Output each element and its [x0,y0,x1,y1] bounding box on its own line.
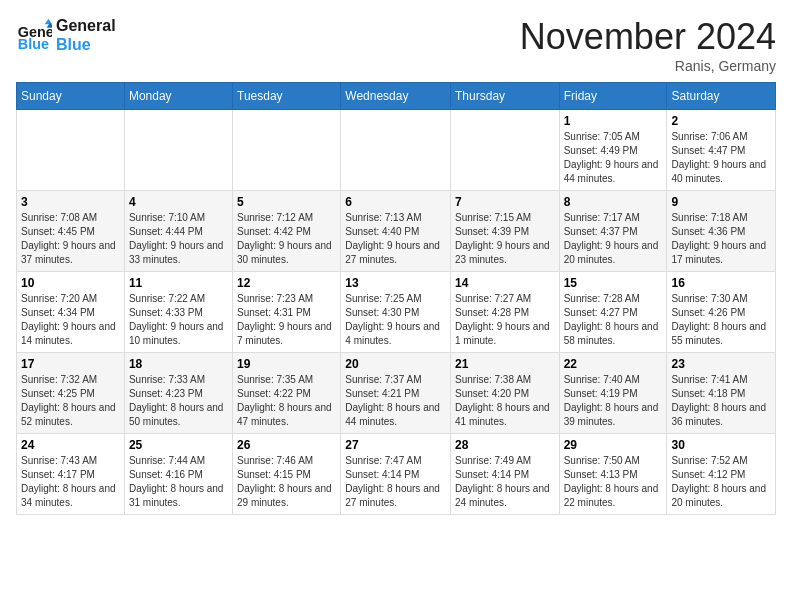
calendar-cell: 19Sunrise: 7:35 AM Sunset: 4:22 PM Dayli… [233,353,341,434]
day-info: Sunrise: 7:52 AM Sunset: 4:12 PM Dayligh… [671,454,771,510]
calendar-cell: 13Sunrise: 7:25 AM Sunset: 4:30 PM Dayli… [341,272,451,353]
calendar-cell [124,110,232,191]
calendar-cell: 8Sunrise: 7:17 AM Sunset: 4:37 PM Daylig… [559,191,667,272]
calendar-cell: 7Sunrise: 7:15 AM Sunset: 4:39 PM Daylig… [451,191,560,272]
weekday-header-wednesday: Wednesday [341,83,451,110]
day-info: Sunrise: 7:41 AM Sunset: 4:18 PM Dayligh… [671,373,771,429]
weekday-header-row: SundayMondayTuesdayWednesdayThursdayFrid… [17,83,776,110]
calendar-cell: 27Sunrise: 7:47 AM Sunset: 4:14 PM Dayli… [341,434,451,515]
calendar-cell [17,110,125,191]
day-info: Sunrise: 7:46 AM Sunset: 4:15 PM Dayligh… [237,454,336,510]
logo: General Blue General Blue [16,16,116,54]
day-number: 18 [129,357,228,371]
day-number: 23 [671,357,771,371]
day-number: 15 [564,276,663,290]
day-number: 22 [564,357,663,371]
day-info: Sunrise: 7:17 AM Sunset: 4:37 PM Dayligh… [564,211,663,267]
week-row-1: 1Sunrise: 7:05 AM Sunset: 4:49 PM Daylig… [17,110,776,191]
weekday-header-thursday: Thursday [451,83,560,110]
day-number: 7 [455,195,555,209]
day-info: Sunrise: 7:15 AM Sunset: 4:39 PM Dayligh… [455,211,555,267]
calendar-cell: 17Sunrise: 7:32 AM Sunset: 4:25 PM Dayli… [17,353,125,434]
day-number: 13 [345,276,446,290]
day-info: Sunrise: 7:05 AM Sunset: 4:49 PM Dayligh… [564,130,663,186]
day-info: Sunrise: 7:28 AM Sunset: 4:27 PM Dayligh… [564,292,663,348]
day-number: 5 [237,195,336,209]
day-info: Sunrise: 7:44 AM Sunset: 4:16 PM Dayligh… [129,454,228,510]
day-info: Sunrise: 7:49 AM Sunset: 4:14 PM Dayligh… [455,454,555,510]
day-info: Sunrise: 7:50 AM Sunset: 4:13 PM Dayligh… [564,454,663,510]
week-row-2: 3Sunrise: 7:08 AM Sunset: 4:45 PM Daylig… [17,191,776,272]
calendar-cell [233,110,341,191]
day-info: Sunrise: 7:47 AM Sunset: 4:14 PM Dayligh… [345,454,446,510]
day-info: Sunrise: 7:38 AM Sunset: 4:20 PM Dayligh… [455,373,555,429]
weekday-header-tuesday: Tuesday [233,83,341,110]
calendar-cell: 9Sunrise: 7:18 AM Sunset: 4:36 PM Daylig… [667,191,776,272]
month-title: November 2024 [520,16,776,58]
week-row-5: 24Sunrise: 7:43 AM Sunset: 4:17 PM Dayli… [17,434,776,515]
day-info: Sunrise: 7:33 AM Sunset: 4:23 PM Dayligh… [129,373,228,429]
calendar-cell: 28Sunrise: 7:49 AM Sunset: 4:14 PM Dayli… [451,434,560,515]
calendar-cell: 21Sunrise: 7:38 AM Sunset: 4:20 PM Dayli… [451,353,560,434]
calendar-cell: 10Sunrise: 7:20 AM Sunset: 4:34 PM Dayli… [17,272,125,353]
logo-blue: Blue [56,35,116,54]
calendar-cell: 16Sunrise: 7:30 AM Sunset: 4:26 PM Dayli… [667,272,776,353]
logo-general: General [56,16,116,35]
day-info: Sunrise: 7:13 AM Sunset: 4:40 PM Dayligh… [345,211,446,267]
day-info: Sunrise: 7:06 AM Sunset: 4:47 PM Dayligh… [671,130,771,186]
day-number: 24 [21,438,120,452]
day-number: 21 [455,357,555,371]
title-block: November 2024 Ranis, Germany [520,16,776,74]
calendar-cell: 6Sunrise: 7:13 AM Sunset: 4:40 PM Daylig… [341,191,451,272]
day-info: Sunrise: 7:32 AM Sunset: 4:25 PM Dayligh… [21,373,120,429]
calendar-cell: 30Sunrise: 7:52 AM Sunset: 4:12 PM Dayli… [667,434,776,515]
calendar-cell: 4Sunrise: 7:10 AM Sunset: 4:44 PM Daylig… [124,191,232,272]
day-number: 19 [237,357,336,371]
calendar-cell: 2Sunrise: 7:06 AM Sunset: 4:47 PM Daylig… [667,110,776,191]
weekday-header-saturday: Saturday [667,83,776,110]
day-number: 2 [671,114,771,128]
calendar-table: SundayMondayTuesdayWednesdayThursdayFrid… [16,82,776,515]
day-info: Sunrise: 7:37 AM Sunset: 4:21 PM Dayligh… [345,373,446,429]
calendar-cell: 20Sunrise: 7:37 AM Sunset: 4:21 PM Dayli… [341,353,451,434]
day-number: 11 [129,276,228,290]
day-info: Sunrise: 7:25 AM Sunset: 4:30 PM Dayligh… [345,292,446,348]
calendar-cell: 1Sunrise: 7:05 AM Sunset: 4:49 PM Daylig… [559,110,667,191]
day-info: Sunrise: 7:10 AM Sunset: 4:44 PM Dayligh… [129,211,228,267]
day-number: 10 [21,276,120,290]
day-number: 12 [237,276,336,290]
calendar-cell: 11Sunrise: 7:22 AM Sunset: 4:33 PM Dayli… [124,272,232,353]
calendar-cell: 29Sunrise: 7:50 AM Sunset: 4:13 PM Dayli… [559,434,667,515]
day-number: 9 [671,195,771,209]
calendar-cell: 23Sunrise: 7:41 AM Sunset: 4:18 PM Dayli… [667,353,776,434]
calendar-cell: 14Sunrise: 7:27 AM Sunset: 4:28 PM Dayli… [451,272,560,353]
location: Ranis, Germany [520,58,776,74]
calendar-cell: 24Sunrise: 7:43 AM Sunset: 4:17 PM Dayli… [17,434,125,515]
calendar-cell: 12Sunrise: 7:23 AM Sunset: 4:31 PM Dayli… [233,272,341,353]
calendar-cell [341,110,451,191]
day-info: Sunrise: 7:43 AM Sunset: 4:17 PM Dayligh… [21,454,120,510]
day-number: 8 [564,195,663,209]
calendar-cell: 26Sunrise: 7:46 AM Sunset: 4:15 PM Dayli… [233,434,341,515]
day-number: 28 [455,438,555,452]
calendar-cell [451,110,560,191]
calendar-cell: 5Sunrise: 7:12 AM Sunset: 4:42 PM Daylig… [233,191,341,272]
svg-marker-2 [45,19,52,24]
day-info: Sunrise: 7:22 AM Sunset: 4:33 PM Dayligh… [129,292,228,348]
day-info: Sunrise: 7:27 AM Sunset: 4:28 PM Dayligh… [455,292,555,348]
calendar-cell: 3Sunrise: 7:08 AM Sunset: 4:45 PM Daylig… [17,191,125,272]
calendar-cell: 22Sunrise: 7:40 AM Sunset: 4:19 PM Dayli… [559,353,667,434]
day-number: 27 [345,438,446,452]
page-header: General Blue General Blue November 2024 … [16,16,776,74]
day-number: 4 [129,195,228,209]
calendar-cell: 25Sunrise: 7:44 AM Sunset: 4:16 PM Dayli… [124,434,232,515]
calendar-cell: 15Sunrise: 7:28 AM Sunset: 4:27 PM Dayli… [559,272,667,353]
weekday-header-sunday: Sunday [17,83,125,110]
calendar-cell: 18Sunrise: 7:33 AM Sunset: 4:23 PM Dayli… [124,353,232,434]
day-info: Sunrise: 7:08 AM Sunset: 4:45 PM Dayligh… [21,211,120,267]
day-info: Sunrise: 7:20 AM Sunset: 4:34 PM Dayligh… [21,292,120,348]
day-info: Sunrise: 7:12 AM Sunset: 4:42 PM Dayligh… [237,211,336,267]
week-row-3: 10Sunrise: 7:20 AM Sunset: 4:34 PM Dayli… [17,272,776,353]
day-info: Sunrise: 7:30 AM Sunset: 4:26 PM Dayligh… [671,292,771,348]
day-number: 1 [564,114,663,128]
